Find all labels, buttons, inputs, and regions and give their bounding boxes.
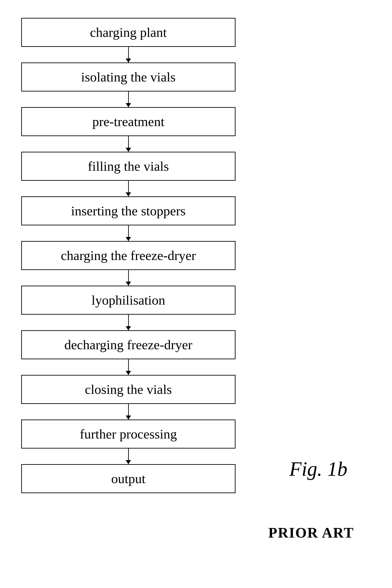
label-decharging-freeze-dryer: decharging freeze-dryer (64, 337, 192, 353)
label-inserting-stoppers: inserting the stoppers (71, 203, 186, 219)
box-filling-vials: filling the vials (21, 152, 236, 181)
arrow-6 (128, 270, 129, 286)
box-isolating-vials: isolating the vials (21, 62, 236, 91)
arrow-10 (128, 449, 129, 464)
label-output: output (111, 471, 145, 487)
box-decharging-freeze-dryer: decharging freeze-dryer (21, 330, 236, 359)
arrow-1 (128, 47, 129, 62)
label-further-processing: further processing (80, 426, 177, 442)
label-isolating-vials: isolating the vials (81, 69, 176, 85)
flowchart-container: charging plant isolating the vials pre-t… (11, 18, 246, 493)
box-charging-freeze-dryer: charging the freeze-dryer (21, 241, 236, 270)
arrow-7 (128, 315, 129, 330)
box-output: output (21, 464, 236, 493)
box-further-processing: further processing (21, 420, 236, 449)
label-charging-freeze-dryer: charging the freeze-dryer (61, 248, 196, 263)
arrow-5 (128, 225, 129, 241)
arrow-9 (128, 404, 129, 420)
box-closing-vials: closing the vials (21, 375, 236, 404)
box-charging-plant: charging plant (21, 18, 236, 47)
box-lyophilisation: lyophilisation (21, 286, 236, 315)
label-closing-vials: closing the vials (85, 382, 172, 397)
prior-art-label: PRIOR ART (268, 525, 354, 541)
box-inserting-stoppers: inserting the stoppers (21, 196, 236, 225)
label-filling-vials: filling the vials (88, 159, 169, 174)
label-pre-treatment: pre-treatment (92, 114, 164, 129)
box-pre-treatment: pre-treatment (21, 107, 236, 136)
arrow-4 (128, 181, 129, 196)
arrow-2 (128, 91, 129, 107)
label-charging-plant: charging plant (90, 25, 167, 40)
arrow-3 (128, 136, 129, 152)
arrow-8 (128, 359, 129, 375)
label-lyophilisation: lyophilisation (92, 293, 165, 308)
figure-label: Fig. 1b (289, 458, 347, 481)
